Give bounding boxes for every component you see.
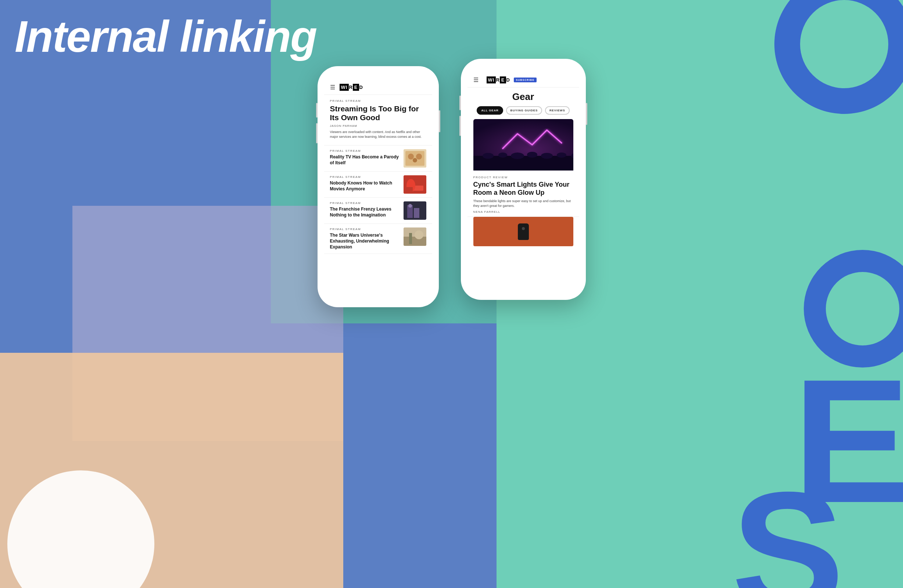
svg-point-15 <box>415 230 423 239</box>
list-article-category-0: PRIMAL STREAM <box>330 149 400 153</box>
main-article-description: Viewers are overloaded with content. And… <box>330 130 426 139</box>
article-list-text-1: PRIMAL STREAM Nobody Knows How to Watch … <box>330 175 400 192</box>
svg-point-20 <box>483 153 494 159</box>
list-item[interactable]: PRIMAL STREAM Reality TV Has Become a Pa… <box>324 146 432 171</box>
phone1-vol-button-1 <box>316 103 318 118</box>
featured-article-title: Cync's Smart Lights Give Your Room a Neo… <box>474 181 573 197</box>
product-can-image <box>518 223 529 240</box>
phone1-main-article[interactable]: PRIMAL STREAM Streaming Is Too Big for I… <box>324 95 432 146</box>
svg-rect-16 <box>409 233 412 244</box>
article-thumbnail-0 <box>404 149 426 168</box>
tab-all-gear[interactable]: ALL GEAR <box>477 106 503 115</box>
article-list-text-3: PRIMAL STREAM The Star Wars Universe's E… <box>330 228 400 250</box>
svg-rect-8 <box>404 187 413 194</box>
list-item[interactable]: PRIMAL STREAM The Franchise Frenzy Leave… <box>324 198 432 224</box>
list-article-title-3: The Star Wars Universe's Exhausting, Und… <box>330 233 400 250</box>
svg-point-25 <box>557 153 566 158</box>
svg-point-21 <box>499 153 507 158</box>
phone2-vol-button-1 <box>459 96 461 110</box>
page-title: Internal linking <box>15 11 316 62</box>
phone1-screen: ☰ WI R E D PRIMAL STREAM Streaming Is To… <box>324 73 432 300</box>
phone2-screen: ☰ WI R E D SUBSCRIBE Gear ALL GEAR BUYIN… <box>467 65 579 293</box>
svg-point-24 <box>541 153 553 159</box>
svg-point-4 <box>413 158 417 162</box>
featured-article-author: NENA FARRELL <box>474 210 573 214</box>
wired-logo-2: WI R E D <box>487 77 510 83</box>
phone2-hamburger-icon[interactable]: ☰ <box>474 77 478 83</box>
gear-tabs: ALL GEAR BUYING GUIDES REVIEWS <box>467 106 579 119</box>
article-list-text-2: PRIMAL STREAM The Franchise Frenzy Leave… <box>330 201 400 218</box>
phone1-vol-button-2 <box>316 123 318 143</box>
wired-logo-e: E <box>353 84 359 91</box>
list-article-category-1: PRIMAL STREAM <box>330 175 400 179</box>
subscribe-badge[interactable]: SUBSCRIBE <box>514 77 536 82</box>
phones-container: ☰ WI R E D PRIMAL STREAM Streaming Is To… <box>318 59 586 307</box>
article-thumbnail-2 <box>404 201 426 220</box>
hero-neon-image <box>474 119 573 171</box>
svg-point-22 <box>511 153 524 159</box>
phone-2: ☰ WI R E D SUBSCRIBE Gear ALL GEAR BUYIN… <box>461 59 586 300</box>
tab-buying-guides[interactable]: BUYING GUIDES <box>506 106 542 115</box>
featured-article-category: PRODUCT REVIEW <box>474 176 573 179</box>
svg-rect-11 <box>414 208 419 218</box>
list-article-title-2: The Franchise Frenzy Leaves Nothing to t… <box>330 206 400 218</box>
main-article-category: PRIMAL STREAM <box>330 99 426 102</box>
phone2-side-button <box>586 103 587 125</box>
featured-article[interactable]: PRODUCT REVIEW Cync's Smart Lights Give … <box>467 172 579 217</box>
wired-logo-r: R <box>349 85 352 90</box>
main-article-title: Streaming Is Too Big for Its Own Good <box>330 104 426 122</box>
main-article-author: JASON PARHAM <box>330 124 426 127</box>
wired-logo2-r: R <box>496 77 499 83</box>
hero-image-container <box>474 119 573 172</box>
gear-page-title: Gear <box>467 88 579 106</box>
list-article-category-2: PRIMAL STREAM <box>330 201 400 205</box>
svg-point-23 <box>527 152 537 158</box>
svg-point-3 <box>416 154 422 159</box>
list-article-category-3: PRIMAL STREAM <box>330 228 400 231</box>
article-list-text-0: PRIMAL STREAM Reality TV Has Become a Pa… <box>330 149 400 166</box>
phone2-vol-button-2 <box>459 116 461 136</box>
list-article-title-1: Nobody Knows How to Watch Movies Anymore <box>330 181 400 192</box>
phone1-notch <box>360 73 396 81</box>
featured-article-description: These bendable lights are super easy to … <box>474 199 573 208</box>
wired-logo-d: D <box>359 85 363 90</box>
article-thumbnail-3 <box>404 228 426 246</box>
phone2-notch <box>505 65 542 74</box>
list-item[interactable]: PRIMAL STREAM Nobody Knows How to Watch … <box>324 171 432 198</box>
wired-logo2-wi: WI <box>487 77 496 83</box>
wired-logo-1: WI R E D <box>340 84 363 91</box>
wired-logo2-d: D <box>506 77 510 83</box>
list-item[interactable]: PRIMAL STREAM The Star Wars Universe's E… <box>324 224 432 254</box>
product-thumbnail[interactable] <box>474 217 573 246</box>
svg-point-2 <box>408 154 414 159</box>
svg-rect-14 <box>404 237 426 246</box>
list-article-title-0: Reality TV Has Become a Parody of Itself <box>330 154 400 166</box>
wired-logo2-e: E <box>500 77 507 83</box>
article-thumbnail-1 <box>404 175 426 194</box>
phone1-side-button <box>439 110 440 132</box>
phone-1: ☰ WI R E D PRIMAL STREAM Streaming Is To… <box>318 66 439 307</box>
wired-logo-wi: WI <box>340 84 349 91</box>
svg-point-12 <box>408 204 412 208</box>
hamburger-icon[interactable]: ☰ <box>330 84 335 91</box>
tab-reviews[interactable]: REVIEWS <box>545 106 569 115</box>
